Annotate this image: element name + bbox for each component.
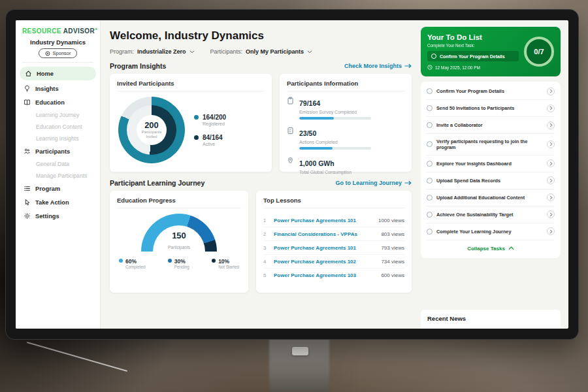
chevron-right-icon[interactable] (547, 140, 555, 148)
task-list: Confirm Your Program Details Send 50 Inv… (421, 82, 561, 258)
participants-information-card: Participants Information 79/164 Emission… (280, 74, 412, 172)
chevron-right-icon[interactable] (547, 122, 555, 129)
task-row[interactable]: Complete Your Learning Journey (427, 223, 555, 240)
lesson-row: 1 Power Purchase Agreements 101 1000 vie… (263, 214, 404, 227)
location-pin-icon (287, 157, 294, 165)
stat-emission-survey: 79/164 Emission Survey Completed (287, 97, 404, 120)
task-checkbox[interactable] (427, 161, 433, 167)
sidebar-item-home[interactable]: Home (20, 67, 96, 80)
task-checkbox[interactable] (431, 54, 436, 59)
chevron-right-icon[interactable] (547, 159, 555, 167)
stat-global-consumption: 1,000 GWh Total Global Consumption (287, 157, 404, 177)
top-lessons-card: Top Lessons 1 Power Purchase Agreements … (256, 191, 412, 293)
lightbulb-icon (24, 85, 31, 92)
org-name: Industry Dynamics (16, 39, 100, 46)
actions-progress-bar (299, 147, 371, 150)
background-photo: RESOURCE ADVISOR+ Industry Dynamics Spon… (0, 0, 588, 392)
task-row[interactable]: Invite a Collaborator (427, 117, 555, 134)
lesson-row: 3 Power Purchase Agreements 101 793 view… (263, 241, 404, 255)
task-row[interactable]: Explore Your Insights Dashboard (427, 155, 555, 172)
task-checkbox[interactable] (427, 229, 433, 235)
lesson-link[interactable]: Financial Considerations - VPPAs (274, 231, 376, 237)
chevron-right-icon[interactable] (547, 193, 555, 201)
insights-cards-row: Invited Participants 200 Participants In… (110, 74, 412, 172)
sidebar-item-manage-participants[interactable]: Manage Participants (16, 170, 100, 182)
go-to-learning-journey-link[interactable]: Go to Learning Journey (335, 180, 412, 186)
task-checkbox[interactable] (427, 141, 433, 147)
task-row[interactable]: Upload Spend Data Records (427, 172, 555, 189)
task-checkbox[interactable] (427, 178, 433, 184)
sidebar-item-participants[interactable]: Participants (16, 144, 100, 158)
emission-progress-bar (299, 117, 371, 120)
legend-dot-registered (194, 115, 199, 120)
sponsor-badge[interactable]: Sponsor (39, 48, 78, 58)
recent-news-header: Recent News (421, 310, 561, 329)
monitor-bezel: RESOURCE ADVISOR+ Industry Dynamics Spon… (5, 9, 579, 340)
learning-journey-header: Participant Learning Journey Go to Learn… (110, 179, 412, 187)
task-row[interactable]: Send 50 Invitations to Participants (427, 100, 555, 117)
chevron-right-icon[interactable] (547, 105, 555, 112)
chevron-up-icon (508, 246, 514, 250)
sponsor-icon (45, 51, 50, 56)
sidebar-item-education[interactable]: Education (16, 95, 100, 109)
stand-detail (292, 347, 308, 355)
sidebar-item-learning-insights[interactable]: Learning Insights (16, 133, 100, 144)
filters-row: Program: Industrialize Zero Participants… (110, 48, 412, 55)
lesson-link[interactable]: Power Purchase Agreements 101 (274, 218, 374, 223)
lesson-row: 4 Power Purchase Agreements 102 734 view… (263, 255, 404, 269)
due-date: 12 May 2025, 12:00 PM (427, 65, 519, 70)
people-icon (24, 148, 31, 155)
sidebar-item-general-data[interactable]: General Data (16, 158, 100, 170)
task-row[interactable]: Verify participants requesting to join t… (427, 134, 555, 155)
todo-summary-card: Your To Do List Complete Your Next Task:… (421, 27, 561, 76)
task-checkbox[interactable] (427, 122, 433, 128)
sidebar-item-settings[interactable]: Settings (16, 209, 100, 223)
legend-dot-not-started (212, 259, 216, 263)
lesson-link[interactable]: Power Purchase Agreements 101 (274, 245, 376, 251)
chevron-down-icon (189, 50, 195, 54)
checklist-icon (287, 127, 294, 135)
stat-actions-completed: 23/50 Actions Completed (287, 127, 404, 150)
sidebar-item-insights[interactable]: Insights (16, 82, 100, 95)
task-checkbox[interactable] (427, 212, 433, 218)
next-task[interactable]: Confirm Your Program Details (427, 51, 519, 61)
lesson-link[interactable]: Power Purchase Agreements 102 (274, 259, 376, 265)
task-checkbox[interactable] (427, 105, 433, 111)
divider (22, 62, 93, 63)
check-more-insights-link[interactable]: Check More Insights (344, 63, 412, 69)
sidebar: RESOURCE ADVISOR+ Industry Dynamics Spon… (16, 20, 101, 329)
hand-pointer-icon (24, 199, 31, 206)
arrow-right-icon (404, 180, 412, 186)
education-progress-card: Education Progress 150 Participants (110, 191, 248, 293)
participants-select[interactable]: Participants: Only My Participants (210, 48, 313, 55)
lesson-link[interactable]: Power Purchase Agreements 103 (274, 272, 376, 278)
task-checkbox[interactable] (427, 88, 433, 94)
lesson-row: 2 Financial Considerations - VPPAs 803 v… (263, 227, 404, 241)
chevron-right-icon[interactable] (547, 88, 555, 95)
task-checkbox[interactable] (427, 195, 433, 201)
chevron-right-icon[interactable] (547, 176, 555, 184)
task-row[interactable]: Achieve One Sustainability Target (427, 206, 555, 223)
chevron-right-icon[interactable] (547, 227, 555, 235)
clock-icon (427, 65, 433, 70)
dashboard-screen: RESOURCE ADVISOR+ Industry Dynamics Spon… (16, 20, 568, 329)
sidebar-item-learning-journey[interactable]: Learning Journey (16, 109, 100, 121)
cable (27, 342, 127, 372)
page-title: Welcome, Industry Dynamics (110, 29, 412, 42)
sidebar-item-program[interactable]: Program (16, 182, 100, 195)
home-icon (25, 70, 32, 77)
list-icon (24, 185, 31, 192)
book-icon (24, 99, 31, 106)
sidebar-item-take-action[interactable]: Take Action (16, 195, 100, 209)
todo-panel: Your To Do List Complete Your Next Task:… (421, 20, 568, 329)
collapse-tasks-button[interactable]: Collapse Tasks (427, 240, 555, 257)
invited-donut: 200 Participants Invited (118, 97, 185, 163)
chevron-right-icon[interactable] (547, 210, 555, 218)
task-row[interactable]: Upload Additional Educational Content (427, 189, 555, 206)
main-content: Welcome, Industry Dynamics Program: Indu… (101, 20, 421, 329)
program-select[interactable]: Program: Industrialize Zero (110, 48, 195, 55)
chevron-down-icon (307, 50, 312, 54)
task-row[interactable]: Confirm Your Program Details (427, 83, 555, 100)
sidebar-item-education-content[interactable]: Education Content (16, 121, 100, 133)
legend-dot-pending (168, 259, 172, 263)
